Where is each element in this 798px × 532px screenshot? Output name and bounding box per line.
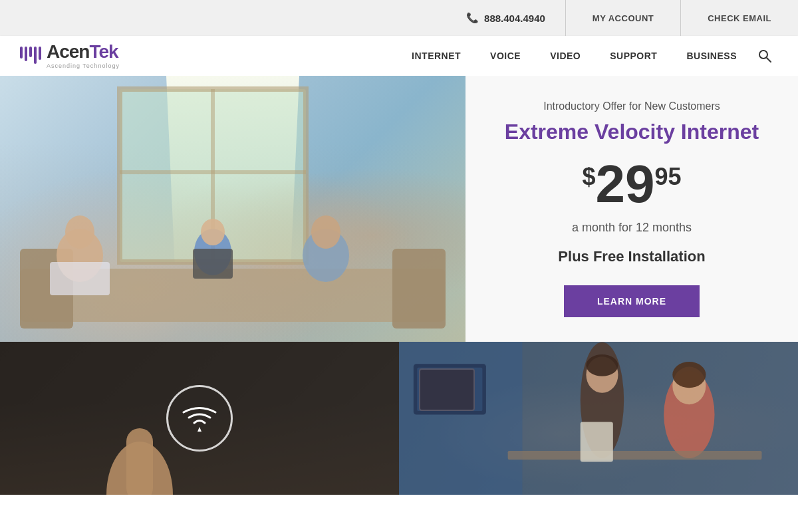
nav-voice[interactable]: VOICE [475, 36, 535, 76]
main-nav: INTERNET VOICE VIDEO SUPPORT BUSINESS [397, 36, 778, 76]
svg-rect-23 [399, 342, 522, 495]
phone-number: 888.404.4940 [484, 13, 545, 24]
my-account-link[interactable]: MY ACCOUNT [566, 0, 680, 36]
svg-point-0 [759, 51, 767, 59]
svg-point-13 [201, 219, 225, 245]
hero-price: $ 29 95 [582, 158, 681, 211]
svg-rect-14 [193, 249, 233, 279]
price-cents: 95 [654, 163, 681, 191]
hero-monthly-text: a month for 12 months [572, 221, 692, 235]
wifi-svg [180, 402, 219, 435]
wifi-icon-circle [166, 385, 233, 452]
bottom-panels [0, 342, 798, 495]
logo-name: AcenTek [47, 43, 118, 61]
nav-video[interactable]: VIDEO [535, 36, 595, 76]
nav-support[interactable]: SUPPORT [595, 36, 672, 76]
logo[interactable]: AcenTek Ascending Technology [20, 43, 120, 69]
phone-number-area: 📞 888.404.4940 [446, 12, 565, 24]
svg-rect-19 [126, 428, 153, 495]
search-icon[interactable] [751, 36, 778, 76]
hero-free-install-text: Plus Free Installation [558, 248, 705, 265]
svg-line-1 [767, 58, 771, 62]
panel-right-svg [399, 342, 798, 495]
hero-section: Introductory Offer for New Customers Ext… [0, 76, 798, 342]
price-dollar-sign: $ [582, 163, 595, 191]
nav-business[interactable]: BUSINESS [672, 36, 751, 76]
svg-rect-11 [50, 262, 110, 295]
family-svg [0, 76, 466, 342]
logo-icon [20, 47, 41, 65]
logo-tagline: Ascending Technology [47, 63, 120, 69]
header: AcenTek Ascending Technology INTERNET VO… [0, 36, 798, 76]
logo-text-area: AcenTek Ascending Technology [47, 43, 120, 69]
svg-rect-22 [417, 368, 482, 411]
top-bar: 📞 888.404.4940 MY ACCOUNT CHECK EMAIL [0, 0, 798, 36]
nav-internet[interactable]: INTERNET [397, 36, 475, 76]
logo-acen: Acen [47, 41, 89, 62]
price-main-number: 29 [596, 158, 655, 211]
phone-icon: 📞 [466, 12, 479, 24]
svg-point-10 [65, 215, 94, 249]
svg-rect-30 [508, 451, 762, 460]
logo-tek: Tek [89, 41, 118, 62]
hero-intro-text: Introductory Offer for New Customers [543, 100, 720, 112]
svg-rect-8 [392, 249, 446, 329]
hero-title: Extreme Velocity Internet [505, 119, 759, 144]
svg-point-26 [586, 354, 618, 376]
panel-business[interactable] [399, 342, 798, 495]
hero-content: Introductory Offer for New Customers Ext… [466, 76, 798, 342]
check-email-link[interactable]: CHECK EMAIL [681, 0, 798, 36]
svg-point-16 [311, 215, 340, 249]
learn-more-button[interactable]: LEARN MORE [564, 285, 700, 317]
svg-point-29 [672, 362, 706, 388]
panel-wifi[interactable] [0, 342, 399, 495]
svg-rect-31 [581, 422, 613, 462]
hero-image [0, 76, 466, 342]
